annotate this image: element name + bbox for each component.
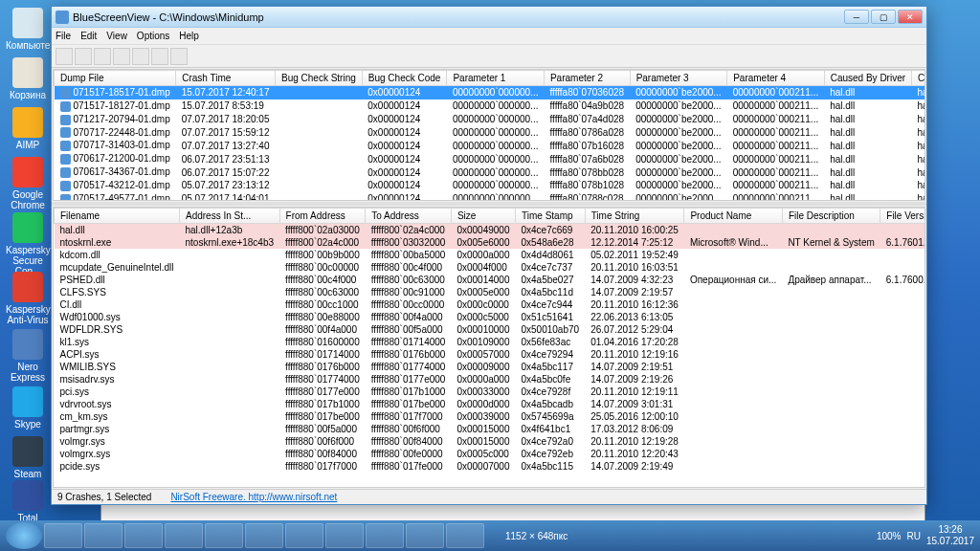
toolbar-button[interactable] xyxy=(75,48,92,65)
driver-row[interactable]: kl1.sysfffff880`01600000fffff880`0171400… xyxy=(55,336,926,348)
crash-row[interactable]: 070517-43212-01.dmp05.07.2017 23:13:120x… xyxy=(55,179,926,192)
column-header[interactable]: Bug Check Code xyxy=(362,71,447,86)
desktop-icon[interactable]: AIMP xyxy=(6,107,50,150)
column-header[interactable]: Time Stamp xyxy=(516,209,586,224)
menu-options[interactable]: Options xyxy=(137,31,169,41)
menubar: File Edit View Options Help xyxy=(52,28,926,45)
toolbar-button[interactable] xyxy=(113,48,130,65)
column-header[interactable]: Time String xyxy=(585,209,684,224)
close-button[interactable]: ✕ xyxy=(898,10,923,24)
crash-row[interactable]: 070717-22448-01.dmp07.07.2017 15:59:120x… xyxy=(55,126,926,140)
lang-indicator[interactable]: RU xyxy=(906,531,920,541)
toolbar-button[interactable] xyxy=(94,48,111,65)
column-header[interactable]: Caused By Driver xyxy=(824,71,911,86)
column-header[interactable]: Dump File xyxy=(55,71,176,86)
task-steam[interactable] xyxy=(325,523,364,548)
column-header[interactable]: Parameter 2 xyxy=(544,71,630,86)
crash-row[interactable]: 071217-20794-01.dmp07.07.2017 18:20:050x… xyxy=(55,113,926,126)
column-header[interactable]: File Description xyxy=(782,209,880,224)
toolbar-button[interactable] xyxy=(132,48,149,65)
crash-row[interactable]: 070617-21200-01.dmp06.07.2017 23:51:130x… xyxy=(55,152,926,165)
menu-edit[interactable]: Edit xyxy=(80,31,97,41)
desktop-icon[interactable]: Google Chrome xyxy=(6,157,50,210)
driver-row[interactable]: WDFLDR.SYSfffff880`00f4a000fffff880`00f5… xyxy=(55,323,926,336)
task-yandex[interactable] xyxy=(245,523,283,548)
task-ie[interactable] xyxy=(44,523,82,548)
column-header[interactable]: Bug Check String xyxy=(275,71,362,86)
desktop-icon[interactable]: Корзина xyxy=(6,57,50,100)
column-header[interactable]: Parameter 1 xyxy=(447,71,545,86)
driver-row[interactable]: Wdf01000.sysfffff880`00e88000fffff880`00… xyxy=(55,311,926,323)
menu-help[interactable]: Help xyxy=(179,31,199,41)
crash-row[interactable]: 071517-18517-01.dmp15.07.2017 12:40:170x… xyxy=(55,86,926,99)
toolbar-button[interactable] xyxy=(56,48,73,65)
column-header[interactable]: To Address xyxy=(366,209,452,224)
task-paint[interactable] xyxy=(406,523,444,548)
column-header[interactable]: Size xyxy=(451,209,515,224)
driver-row[interactable]: vdrvroot.sysfffff880`017b1000fffff880`01… xyxy=(55,398,926,410)
column-header[interactable]: Filename xyxy=(55,209,180,224)
column-header[interactable]: Caused By Address xyxy=(912,71,925,86)
task-bsv[interactable] xyxy=(446,523,484,548)
desktop-icon[interactable]: Nero Express xyxy=(6,329,50,383)
driver-row[interactable]: WMILIB.SYSfffff880`0176b000fffff880`0177… xyxy=(55,361,926,373)
minimize-button[interactable]: ─ xyxy=(844,10,869,24)
desktop-icon[interactable]: Kaspersky Anti-Virus xyxy=(6,272,50,325)
status-link[interactable]: NirSoft Freeware. http://www.nirsoft.net xyxy=(170,492,337,502)
desktop-icon[interactable]: Компьютер xyxy=(6,8,50,51)
driver-row[interactable]: partmgr.sysfffff880`00f5a000fffff880`00f… xyxy=(55,423,926,435)
column-header[interactable]: Parameter 3 xyxy=(630,71,727,86)
maximize-button[interactable]: ▢ xyxy=(871,10,896,24)
task-wmp[interactable] xyxy=(124,523,163,548)
menu-view[interactable]: View xyxy=(106,31,127,41)
system-tray[interactable]: 100% RU 13:26 15.07.2017 xyxy=(877,524,974,547)
desktop: КомпьютерКорзинаAIMPGoogle ChromeKaspers… xyxy=(0,0,980,551)
crash-row[interactable]: 070517-49577-01.dmp05.07.2017 14:04:010x… xyxy=(55,192,926,201)
desktop-icon[interactable]: Kaspersky Secure Con... xyxy=(6,212,50,276)
menu-file[interactable]: File xyxy=(56,31,71,41)
titlebar[interactable]: BlueScreenView - C:\Windows\Minidump ─ ▢… xyxy=(52,7,926,28)
task-app2[interactable] xyxy=(366,523,404,548)
driver-row[interactable]: hal.dllhal.dll+12a3bfffff800`02a03000fff… xyxy=(55,224,926,237)
window-title: BlueScreenView - C:\Windows\Minidump xyxy=(73,11,844,23)
column-header[interactable]: Address In St... xyxy=(179,209,279,224)
desktop-icon[interactable]: Steam xyxy=(6,436,50,479)
driver-row[interactable]: mcupdate_GenuineIntel.dllfffff880`00c000… xyxy=(55,261,926,274)
driver-row[interactable]: volmgr.sysfffff880`00f6f000fffff880`00f8… xyxy=(55,435,926,448)
driver-row[interactable]: cm_km.sysfffff880`017be000fffff880`017f7… xyxy=(55,410,926,423)
crashes-table: Dump FileCrash TimeBug Check StringBug C… xyxy=(54,70,925,201)
column-header[interactable]: From Address xyxy=(279,209,366,224)
task-explorer[interactable] xyxy=(84,523,122,548)
app-icon xyxy=(56,11,69,24)
status-selection: 9 Crashes, 1 Selected xyxy=(57,492,151,502)
driver-row[interactable]: msisadrv.sysfffff880`01774000fffff880`01… xyxy=(55,373,926,386)
column-header[interactable]: Product Name xyxy=(684,209,782,224)
driver-row[interactable]: ACPI.sysfffff880`01714000fffff880`0176b0… xyxy=(55,348,926,361)
driver-row[interactable]: ntoskrnl.exentoskrnl.exe+18c4b3fffff800`… xyxy=(55,236,926,249)
driver-row[interactable]: CI.dllfffff880`00cc1000fffff880`00cc0000… xyxy=(55,298,926,311)
driver-row[interactable]: pcide.sysfffff880`017f7000fffff880`017fe… xyxy=(55,460,926,473)
splitter[interactable] xyxy=(52,202,926,206)
driver-row[interactable]: CLFS.SYSfffff880`00c63000fffff880`00c910… xyxy=(55,286,926,298)
driver-row[interactable]: PSHED.dllfffff880`00c4f000fffff880`00c63… xyxy=(55,274,926,286)
driver-row[interactable]: pci.sysfffff880`0177e000fffff880`017b100… xyxy=(55,386,926,398)
image-size: 1152 × 648пкс xyxy=(505,531,568,541)
crashes-pane[interactable]: Dump FileCrash TimeBug Check StringBug C… xyxy=(53,69,925,201)
task-app[interactable] xyxy=(205,523,243,548)
crash-row[interactable]: 071517-18127-01.dmp15.07.2017 8:53:190x0… xyxy=(55,99,926,113)
drivers-pane[interactable]: FilenameAddress In St...From AddressTo A… xyxy=(53,207,925,488)
driver-row[interactable]: kdcom.dllfffff800`00b9b000fffff800`00ba5… xyxy=(55,249,926,261)
toolbar-button[interactable] xyxy=(170,48,188,65)
desktop-icon[interactable]: Skype xyxy=(6,386,50,430)
clock[interactable]: 13:26 15.07.2017 xyxy=(926,524,974,547)
driver-row[interactable]: volmgrx.sysfffff880`00f84000fffff880`00f… xyxy=(55,448,926,460)
toolbar-button[interactable] xyxy=(151,48,168,65)
start-button[interactable] xyxy=(6,522,42,549)
task-chrome[interactable] xyxy=(285,523,323,548)
column-header[interactable]: Parameter 4 xyxy=(727,71,825,86)
column-header[interactable]: File Version xyxy=(880,209,925,224)
task-tc[interactable] xyxy=(165,523,203,548)
column-header[interactable]: Crash Time xyxy=(176,71,276,86)
crash-row[interactable]: 070717-31403-01.dmp07.07.2017 13:27:400x… xyxy=(55,139,926,152)
crash-row[interactable]: 070617-34367-01.dmp06.07.2017 15:07:220x… xyxy=(55,165,926,179)
